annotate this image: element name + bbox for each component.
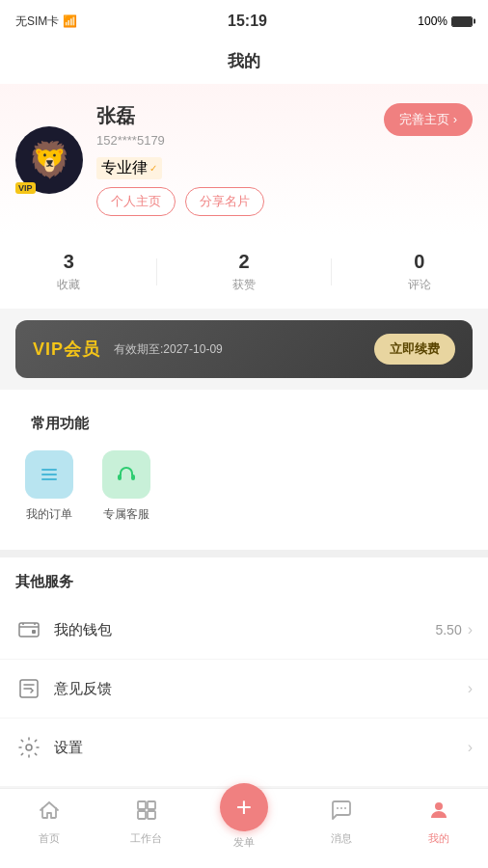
orders-icon	[25, 450, 73, 499]
stat-likes: 2 获赞	[232, 251, 256, 293]
wallet-item[interactable]: 我的钱包 5.50 ›	[0, 601, 488, 660]
stat-divider-1	[156, 258, 157, 285]
home-icon	[38, 799, 61, 827]
stat-favorites-label: 收藏	[57, 277, 80, 293]
feedback-icon	[15, 675, 42, 702]
tab-add-label: 发单	[233, 835, 255, 850]
svg-point-16	[435, 802, 443, 810]
svg-rect-9	[138, 801, 146, 809]
profile-page-button[interactable]: 个人主页	[96, 187, 176, 216]
add-icon: +	[220, 783, 268, 831]
verified-icon: ✓	[149, 163, 157, 174]
wallet-value: 5.50	[435, 622, 461, 637]
wallet-icon	[15, 616, 42, 643]
svg-rect-5	[19, 623, 39, 637]
feedback-label: 意见反馈	[54, 680, 468, 698]
common-functions-title: 常用功能	[15, 399, 473, 443]
service-icon	[102, 450, 150, 499]
battery-percentage: 100%	[418, 14, 447, 28]
stat-comments: 0 评论	[408, 251, 431, 293]
battery-fill	[452, 17, 472, 26]
status-signal: 无SIM卡 📶	[15, 14, 77, 30]
status-battery-area: 100%	[418, 14, 473, 28]
common-functions-section: 常用功能 我的订单 专属客服	[0, 390, 488, 550]
my-icon	[427, 799, 450, 827]
svg-rect-11	[138, 811, 146, 819]
tab-add[interactable]: + 发单	[195, 797, 292, 850]
stat-favorites: 3 收藏	[57, 251, 80, 293]
other-services-section: 其他服务 我的钱包 5.50 › 意见反馈 ›	[0, 557, 488, 786]
avatar: 🦁 VIP	[15, 126, 83, 194]
vip-banner: VIP会员 有效期至:2027-10-09 立即续费	[15, 320, 473, 378]
svg-rect-3	[118, 475, 122, 480]
settings-chevron-icon: ›	[468, 739, 473, 756]
profile-buttons: 个人主页 分享名片	[96, 187, 264, 216]
stats-row: 3 收藏 2 获赞 0 评论	[0, 235, 488, 309]
svg-point-15	[344, 807, 346, 809]
feedback-item[interactable]: 意见反馈 ›	[0, 660, 488, 719]
profile-name: 张磊	[96, 103, 264, 129]
other-services-title: 其他服务	[0, 557, 488, 601]
settings-label: 设置	[54, 739, 468, 757]
profile-section: 🦁 VIP 张磊 152****5179 专业律 ✓ 个人主页 分享名片 完善主…	[0, 84, 488, 235]
customer-service-item[interactable]: 专属客服	[102, 450, 150, 523]
vip-badge: VIP	[15, 182, 36, 194]
page-title: 我的	[0, 42, 488, 84]
status-bar: 无SIM卡 📶 15:19 100%	[0, 0, 488, 42]
wallet-chevron-icon: ›	[468, 621, 473, 638]
vip-expiry: 有效期至:2027-10-09	[114, 341, 223, 358]
svg-point-13	[337, 807, 339, 809]
tab-home-label: 首页	[39, 831, 60, 846]
wallet-label: 我的钱包	[54, 621, 435, 639]
tab-messages[interactable]: 消息	[293, 797, 391, 846]
svg-rect-0	[41, 469, 57, 471]
stat-divider-2	[331, 258, 332, 285]
svg-rect-12	[148, 811, 155, 819]
svg-rect-4	[131, 475, 135, 480]
tab-workbench-label: 工作台	[130, 831, 162, 846]
tab-home[interactable]: 首页	[0, 797, 97, 846]
svg-rect-1	[41, 474, 57, 475]
share-card-button[interactable]: 分享名片	[185, 187, 264, 216]
profile-phone: 152****5179	[96, 133, 264, 148]
stat-likes-label: 获赞	[232, 277, 256, 293]
workbench-icon	[135, 799, 158, 827]
svg-rect-6	[32, 630, 36, 634]
stat-favorites-number: 3	[64, 251, 74, 273]
feedback-chevron-icon: ›	[468, 680, 473, 697]
section-divider	[0, 550, 488, 557]
tab-my[interactable]: 我的	[391, 797, 488, 846]
status-time: 15:19	[228, 13, 267, 30]
stat-comments-number: 0	[414, 251, 424, 273]
tab-workbench[interactable]: 工作台	[97, 797, 195, 846]
svg-point-8	[26, 745, 32, 750]
svg-rect-10	[148, 801, 155, 809]
stat-comments-label: 评论	[408, 277, 431, 293]
settings-item[interactable]: 设置 ›	[0, 719, 488, 776]
tab-messages-label: 消息	[331, 831, 352, 846]
profile-info: 张磊 152****5179 专业律 ✓ 个人主页 分享名片	[96, 103, 264, 216]
orders-label: 我的订单	[26, 506, 72, 523]
complete-profile-button[interactable]: 完善主页 ›	[384, 103, 473, 136]
messages-icon	[330, 799, 353, 827]
renew-button[interactable]: 立即续费	[374, 334, 455, 365]
battery-icon	[451, 16, 473, 27]
tab-my-label: 我的	[428, 831, 449, 846]
professional-tag: 专业律 ✓	[96, 157, 162, 179]
avatar-lion-icon: 🦁	[28, 140, 71, 180]
stat-likes-number: 2	[238, 251, 249, 273]
vip-title: VIP会员	[33, 338, 100, 361]
service-label: 专属客服	[103, 506, 149, 523]
professional-tag-label: 专业律	[101, 158, 148, 178]
profile-left: 🦁 VIP 张磊 152****5179 专业律 ✓ 个人主页 分享名片	[15, 103, 264, 216]
func-icons-row: 我的订单 专属客服	[15, 443, 473, 530]
my-orders-item[interactable]: 我的订单	[25, 450, 73, 523]
vip-left: VIP会员 有效期至:2027-10-09	[33, 338, 223, 361]
tab-bar: 首页 工作台 + 发单 消息	[0, 788, 488, 868]
svg-point-14	[340, 807, 342, 809]
svg-rect-2	[41, 478, 57, 480]
settings-icon	[15, 734, 42, 761]
